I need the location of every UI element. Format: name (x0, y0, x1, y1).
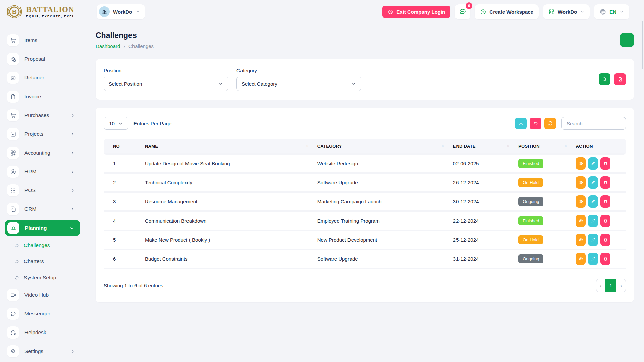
sidebar-item-settings[interactable]: Settings (0, 342, 88, 361)
apps-menu-button[interactable]: WorkDo (543, 4, 590, 19)
edit-button[interactable] (588, 176, 598, 189)
status-badge: Ongoing (518, 197, 543, 206)
delete-button[interactable] (600, 253, 610, 265)
edit-button[interactable] (588, 195, 598, 208)
column-header-action: ACTION (571, 139, 626, 155)
sidebar-subitem-label: System Setup (24, 275, 56, 281)
breadcrumb-separator-icon: › (123, 44, 125, 49)
edit-button[interactable] (588, 253, 598, 265)
table-row: 4Communication BreakdownEmployee Trainin… (104, 212, 626, 231)
apply-filter-button[interactable] (599, 73, 610, 85)
edit-button[interactable] (588, 157, 598, 170)
view-button[interactable] (576, 157, 586, 170)
sidebar-subitem-charters[interactable]: Charters (0, 253, 88, 269)
table-row: 2Technical ComplexitySoftware Upgrade26-… (104, 174, 626, 193)
cell-name: Update Design of Movie Seat Booking (140, 155, 313, 174)
entries-per-page-label: Entries Per Page (133, 121, 171, 126)
column-header-position[interactable]: POSITION↑↓ (514, 139, 571, 155)
cell-category: Software Upgrade (313, 250, 448, 269)
sidebar-item-purchases[interactable]: Purchases (0, 106, 88, 125)
sidebar-item-crm[interactable]: CRM (0, 200, 88, 219)
view-button[interactable] (576, 195, 586, 208)
position-select[interactable]: Select Position (104, 77, 228, 91)
sidebar-item-label: CRM (24, 206, 36, 212)
filter-card: Position Select Position Category Select… (96, 59, 634, 100)
brand-emblem-icon: B (5, 3, 23, 21)
category-select[interactable]: Select Category (236, 77, 361, 91)
cell-category: New Product Development (313, 231, 448, 250)
sidebar-subitem-system-setup[interactable]: System Setup (0, 269, 88, 286)
download-icon (518, 121, 524, 126)
export-button[interactable] (515, 118, 527, 129)
sidebar-subitem-challenges[interactable]: Challenges (0, 237, 88, 253)
eye-icon (578, 237, 583, 242)
entries-per-page-value: 10 (109, 121, 115, 126)
create-workspace-button[interactable]: Create Workspace (475, 4, 539, 19)
entries-per-page-select[interactable]: 10 (104, 117, 128, 130)
sidebar-item-proposal[interactable]: Proposal (0, 50, 88, 68)
cell-no: 4 (104, 212, 140, 231)
cell-end-date: 26-12-2024 (448, 174, 514, 193)
video-icon (7, 289, 19, 301)
pencil-icon (591, 180, 596, 185)
cell-name: Budget Constraints (140, 250, 313, 269)
view-button[interactable] (576, 234, 586, 246)
slash-circle-icon (388, 9, 393, 15)
messages-button[interactable]: 0 (455, 4, 470, 19)
chat-bubble-icon (459, 8, 467, 16)
page-scrollbar[interactable] (642, 21, 643, 69)
cards-icon (7, 203, 19, 215)
delete-button[interactable] (600, 215, 610, 227)
delete-button[interactable] (600, 176, 610, 189)
workspace-switcher[interactable]: WorkDo (97, 4, 145, 19)
breadcrumb-dashboard-link[interactable]: Dashboard (96, 43, 120, 49)
reset-filter-button[interactable] (614, 73, 626, 85)
view-button[interactable] (576, 176, 586, 189)
sidebar-item-accounting[interactable]: Accounting (0, 143, 88, 162)
chevron-down-icon (118, 121, 123, 126)
category-select-value: Select Category (241, 81, 277, 87)
sidebar-subitem-label: Challenges (24, 242, 50, 248)
undo-button[interactable] (530, 118, 541, 129)
pencil-icon (591, 218, 596, 223)
language-selector[interactable]: EN (594, 4, 629, 19)
delete-button[interactable] (600, 157, 610, 170)
sort-arrows-icon: ↑↓ (564, 144, 566, 148)
add-challenge-button[interactable] (620, 33, 634, 47)
column-header-category[interactable]: CATEGORY↑↓ (313, 139, 448, 155)
sidebar-item-planning[interactable]: Planning (5, 220, 80, 236)
sidebar-item-messenger[interactable]: Messenger (0, 304, 88, 323)
sidebar-subitem-label: Charters (24, 258, 44, 264)
cell-position: Ongoing (514, 250, 571, 269)
refresh-icon (548, 121, 553, 126)
prev-page-button[interactable]: ‹ (596, 279, 605, 292)
chevron-right-icon (70, 150, 75, 156)
sidebar-item-projects[interactable]: Projects (0, 125, 88, 143)
delete-button[interactable] (600, 234, 610, 246)
table-search-input[interactable] (561, 117, 626, 130)
trash-icon (603, 218, 608, 223)
sidebar-item-items[interactable]: Items (0, 31, 88, 50)
view-button[interactable] (576, 253, 586, 265)
pencil-icon (591, 256, 596, 261)
current-page-button[interactable]: 1 (605, 279, 616, 292)
view-button[interactable] (576, 215, 586, 227)
exit-company-login-button[interactable]: Exit Company Login (382, 6, 450, 18)
sidebar-item-video-hub[interactable]: Video Hub (0, 286, 88, 304)
column-header-name[interactable]: NAME↑↓ (140, 139, 313, 155)
pencil-icon (591, 237, 596, 242)
sidebar-item-hrm[interactable]: HRM (0, 162, 88, 181)
next-page-button[interactable]: › (616, 279, 626, 292)
edit-button[interactable] (588, 234, 598, 246)
eye-icon (578, 161, 583, 166)
column-header-end-date[interactable]: END DATE↑↓ (448, 139, 514, 155)
refresh-button[interactable] (544, 118, 556, 129)
sidebar-item-label: Invoice (24, 94, 41, 100)
sidebar-item-pos[interactable]: POS (0, 181, 88, 200)
sidebar-item-helpdesk[interactable]: Helpdesk (0, 323, 88, 342)
sidebar-item-invoice[interactable]: Invoice (0, 87, 88, 106)
file-icon (7, 90, 19, 103)
sidebar-item-retainer[interactable]: Retainer (0, 68, 88, 87)
edit-button[interactable] (588, 215, 598, 227)
delete-button[interactable] (600, 195, 610, 208)
